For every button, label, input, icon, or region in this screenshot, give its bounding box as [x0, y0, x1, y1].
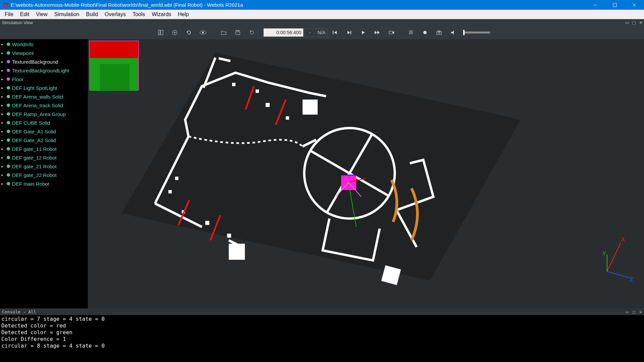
- screenshot-button[interactable]: [432, 27, 446, 38]
- minimize-button[interactable]: [586, 0, 605, 10]
- tree-node-gate-a2[interactable]: ▸DEF Gate_A2 Solid: [0, 136, 88, 144]
- tree-node-viewpoint[interactable]: ▸Viewpoint: [0, 49, 88, 57]
- console-panel: Console - All ▭ ▢ ✕ circular = 7 stage =…: [0, 308, 644, 362]
- svg-rect-7: [158, 30, 160, 35]
- menu-simulation[interactable]: Simulation: [51, 11, 83, 18]
- menu-overlays[interactable]: Overlays: [101, 11, 129, 18]
- simulation-view-title: Simulation View: [2, 20, 33, 25]
- svg-rect-52: [229, 244, 245, 260]
- tree-node-gate-21[interactable]: ▸DEF gate_21 Robot: [0, 162, 88, 171]
- axis-gizmo: X Y Z: [594, 235, 634, 282]
- fast-forward-button[interactable]: [371, 27, 384, 38]
- play-button[interactable]: [357, 27, 370, 38]
- svg-marker-18: [334, 31, 337, 34]
- tree-node-gate-11[interactable]: ▸DEF gate_11 Robot: [0, 144, 88, 153]
- svg-marker-34: [451, 31, 454, 35]
- simulation-toolbar: 0:00:56:400 -N/A: [0, 26, 644, 39]
- tree-node-gate-12[interactable]: ▸DEF gate_12 Robot: [0, 153, 88, 162]
- tree-node-arena-track[interactable]: ▸DEF Arena_track Solid: [0, 101, 88, 110]
- render-mode-button[interactable]: [404, 27, 418, 38]
- scene-tree[interactable]: ▸WorldInfo ▸Viewpoint ▸TexturedBackgroun…: [0, 39, 88, 308]
- reload-button[interactable]: [245, 27, 259, 38]
- 3d-viewport[interactable]: X Y Z: [88, 39, 644, 308]
- console-close-icon[interactable]: ✕: [637, 309, 644, 314]
- svg-rect-8: [161, 30, 163, 35]
- svg-point-2: [6, 4, 7, 4]
- simulation-time: 0:00:56:400: [263, 28, 304, 37]
- svg-line-66: [607, 272, 631, 278]
- window-title: E:\webots-Autonomous-Mobile-Robot\Final …: [11, 2, 586, 8]
- svg-marker-19: [347, 31, 350, 34]
- panel-dock-icon[interactable]: ▭: [624, 20, 631, 25]
- reset-button[interactable]: [182, 27, 196, 38]
- menu-tools[interactable]: Tools: [129, 11, 148, 18]
- maximize-button[interactable]: [605, 0, 625, 10]
- rewind-button[interactable]: [328, 27, 342, 38]
- svg-point-32: [438, 32, 440, 34]
- app-icon: [2, 2, 9, 8]
- svg-rect-48: [168, 190, 172, 193]
- tree-node-gate-22[interactable]: ▸DEF gate_22 Robot: [0, 171, 88, 179]
- panel-maximize-icon[interactable]: ▢: [631, 20, 637, 25]
- console-output[interactable]: circular = 7 stage = 4 state = 0 Detecte…: [0, 315, 644, 350]
- panel-close-icon[interactable]: ✕: [637, 20, 644, 25]
- svg-rect-45: [286, 116, 289, 120]
- tree-node-cube[interactable]: ▸DEF CUBE Solid: [0, 118, 88, 127]
- svg-marker-23: [377, 31, 380, 34]
- add-node-button[interactable]: [168, 27, 181, 38]
- scene-render: [88, 39, 644, 294]
- menu-wizards[interactable]: Wizards: [149, 11, 175, 18]
- projection-button[interactable]: [418, 27, 432, 38]
- svg-marker-35: [121, 53, 521, 281]
- svg-rect-17: [333, 31, 333, 34]
- svg-point-30: [423, 31, 427, 34]
- axis-y-label: Y: [602, 251, 606, 256]
- svg-rect-20: [351, 31, 351, 34]
- close-button[interactable]: [625, 0, 644, 10]
- sound-button[interactable]: [446, 27, 460, 38]
- console-maximize-icon[interactable]: ▢: [631, 309, 637, 314]
- record-button[interactable]: [385, 27, 398, 38]
- svg-rect-15: [237, 31, 239, 32]
- show-scene-tree-button[interactable]: [154, 27, 167, 38]
- tree-node-texturedbackgroundlight[interactable]: ▸TexturedBackgroundLight: [0, 66, 88, 75]
- svg-point-14: [202, 32, 204, 34]
- tree-node-gate-a1[interactable]: ▸DEF Gate_A1 Solid: [0, 127, 88, 136]
- console-dock-icon[interactable]: ▭: [624, 309, 631, 314]
- save-button[interactable]: [231, 27, 245, 38]
- svg-rect-24: [389, 31, 392, 34]
- axis-x-label: X: [621, 237, 625, 242]
- svg-rect-51: [227, 234, 231, 238]
- tree-node-main-robot[interactable]: ▸DEF main Robot: [0, 179, 88, 188]
- menu-view[interactable]: View: [33, 11, 51, 18]
- tree-node-arena-walls[interactable]: ▸DEF Arena_walls Solid: [0, 92, 88, 101]
- svg-point-0: [3, 3, 7, 7]
- axis-z-label: Z: [630, 277, 633, 282]
- console-title: Console - All: [2, 309, 36, 314]
- tree-node-texturedbackground[interactable]: ▸TexturedBackground: [0, 57, 88, 66]
- step-button[interactable]: [342, 27, 356, 38]
- svg-rect-47: [175, 177, 178, 180]
- svg-rect-42: [232, 83, 235, 86]
- window-titlebar: E:\webots-Autonomous-Mobile-Robot\Final …: [0, 0, 644, 10]
- menu-file[interactable]: File: [1, 11, 17, 18]
- tree-node-light[interactable]: ▸DEF Light SpotLight: [0, 83, 88, 92]
- simulation-speed: -N/A: [304, 28, 328, 37]
- svg-marker-22: [375, 31, 377, 34]
- tree-node-ramp-area[interactable]: ▸DEF Ramp_Area Group: [0, 110, 88, 118]
- svg-rect-46: [303, 100, 318, 115]
- tree-node-worldinfo[interactable]: ▸WorldInfo: [0, 40, 88, 49]
- svg-marker-21: [362, 31, 365, 34]
- menu-build[interactable]: Build: [83, 11, 101, 18]
- open-button[interactable]: [217, 27, 230, 38]
- svg-rect-43: [256, 89, 259, 93]
- tree-node-floor[interactable]: ▸Floor: [0, 75, 88, 83]
- svg-point-1: [4, 4, 5, 4]
- menu-edit[interactable]: Edit: [17, 11, 33, 18]
- svg-rect-44: [266, 103, 270, 107]
- svg-marker-25: [393, 31, 394, 34]
- view-button[interactable]: [196, 27, 210, 38]
- menu-help[interactable]: Help: [174, 11, 192, 18]
- svg-line-64: [607, 243, 621, 272]
- speed-slider[interactable]: [463, 32, 490, 34]
